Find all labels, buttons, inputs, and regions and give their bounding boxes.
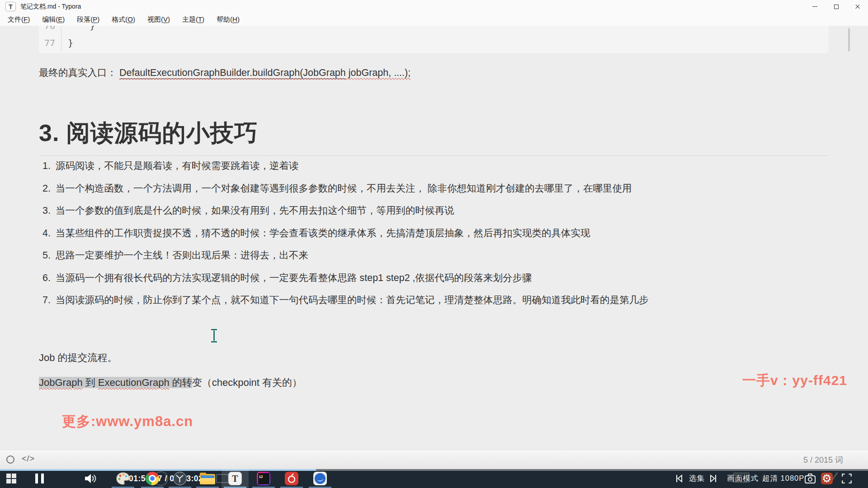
typora-icon: T	[228, 472, 242, 485]
windows-start-button[interactable]	[6, 474, 16, 483]
watermark-website: 更多:www.ym8a.cn	[62, 412, 193, 431]
taskbar-app-y-browser[interactable]	[166, 469, 193, 488]
player-settings-button[interactable]: ⚙	[822, 469, 832, 488]
screen: T 笔记文档.md - Typora 文件(F) 编辑(E) 段落(P) 格式(…	[0, 0, 868, 488]
tip-item: 当一个参数的值到底是什么的时候，如果没有用到，先不用去扣这个细节，等用到的时候再…	[53, 205, 810, 217]
fullscreen-icon	[841, 473, 853, 484]
pause-icon[interactable]	[35, 474, 44, 483]
taskbar-app-chrome[interactable]	[139, 469, 166, 488]
tip-item: 当阅读源码的时候，防止你到了某个点，就不知道下一句代码去哪里的时候：首先记笔记，…	[53, 294, 810, 306]
fullscreen-button[interactable]	[841, 469, 853, 488]
title-bar: T 笔记文档.md - Typora	[0, 0, 868, 13]
taskbar-app-file-explorer[interactable]	[194, 469, 221, 488]
menu-theme[interactable]: 主题(T)	[182, 15, 204, 24]
window-title: 笔记文档.md - Typora	[20, 3, 81, 11]
menu-paragraph[interactable]: 段落(P)	[77, 15, 99, 24]
maximize-icon	[834, 5, 839, 9]
code-line: 77 }	[39, 34, 829, 52]
tip-item: 当某些组件的工作职责捉摸不透，猜不透的时候：学会查看该类的继承体系，先搞清楚顶层…	[53, 227, 810, 239]
entry-paragraph: 最终的真实入口： DefaultExecutionGraphBuilder.bu…	[39, 66, 410, 79]
intellij-icon: IJ	[257, 472, 270, 485]
next-icon	[708, 473, 719, 484]
tip-item: 思路一定要维护一个主线！否则出现后果：进得去，出不来	[53, 249, 810, 262]
source-code-mode-icon[interactable]: </>	[22, 454, 35, 464]
paint-icon	[116, 472, 130, 485]
job-paragraph: Job 的提交流程。	[39, 351, 118, 365]
tip-item: 当源码一个拥有很长代码的方法实现逻辑的时候，一定要先看整体思路 step1 st…	[53, 272, 810, 284]
code-line: 76 }	[39, 26, 829, 34]
code-text: }	[61, 26, 95, 34]
close-button[interactable]	[847, 0, 868, 13]
tips-list: 源码阅读，不能只是顺着读，有时候需要跳着读，逆着读 当一个构造函数，一个方法调用…	[42, 160, 810, 317]
quality-button[interactable]: 超清 1080P	[762, 469, 804, 488]
maximize-button[interactable]	[826, 0, 847, 13]
screen-mode-button[interactable]: 画面模式	[727, 469, 759, 488]
file-explorer-icon	[200, 473, 215, 484]
episodes-button[interactable]: 选集	[689, 469, 705, 488]
text-selection: JobGraph 到 ExecutionGraph 的转	[39, 377, 192, 388]
y-browser-icon	[173, 472, 187, 485]
netease-music-icon	[285, 472, 298, 485]
minimize-button[interactable]	[804, 0, 826, 13]
blue-disk-icon	[313, 472, 327, 485]
code-text: }	[61, 34, 73, 52]
taskbar-app-intellij[interactable]: IJ	[250, 469, 277, 488]
status-bar: </> 5 / 2015 词	[0, 450, 868, 469]
line-number: 77	[39, 34, 61, 52]
section-heading: 3. 阅读源码的小技巧	[39, 117, 829, 156]
taskbar: 01:53:47 / 05:13:02	[0, 469, 868, 488]
menu-edit[interactable]: 编辑(E)	[42, 15, 65, 24]
code-block: 76 } 77 }	[39, 26, 829, 53]
menu-help[interactable]: 帮助(H)	[217, 15, 240, 24]
menu-view[interactable]: 视图(V)	[147, 15, 170, 24]
taskbar-app-netease-music[interactable]	[278, 469, 305, 488]
outline-toggle-icon[interactable]	[6, 455, 14, 464]
camera-icon	[804, 473, 816, 484]
menu-file[interactable]: 文件(F)	[8, 15, 30, 24]
vertical-scrollbar[interactable]	[848, 28, 850, 52]
taskbar-app-blue-disk[interactable]	[307, 469, 334, 488]
line-number: 76	[39, 26, 61, 34]
typora-app-icon: T	[5, 2, 16, 11]
tip-item: 源码阅读，不能只是顺着读，有时候需要跳着读，逆着读	[53, 160, 810, 172]
taskbar-app-paint[interactable]	[109, 469, 137, 488]
screenshot-button[interactable]	[804, 469, 816, 488]
menu-format[interactable]: 格式(O)	[112, 15, 135, 24]
next-episode-button[interactable]	[708, 469, 719, 488]
transform-paragraph: JobGraph 到 ExecutionGraph 的转变（checkpoint…	[39, 376, 302, 389]
gear-icon: ⚙	[822, 473, 832, 484]
text-cursor-icon	[213, 330, 215, 341]
previous-icon	[674, 473, 684, 484]
minimize-icon	[812, 6, 817, 7]
code-reference: DefaultExecutionGraphBuilder.buildGraph(…	[119, 67, 346, 79]
menu-bar: 文件(F) 编辑(E) 段落(P) 格式(O) 视图(V) 主题(T) 帮助(H…	[0, 13, 868, 26]
window-controls	[804, 0, 868, 13]
previous-episode-button[interactable]	[674, 469, 684, 488]
tip-item: 当一个构造函数，一个方法调用，一个对象创建等遇到很多参数的时候，不用去关注， 除…	[53, 183, 810, 195]
close-icon	[855, 4, 860, 9]
word-count[interactable]: 5 / 2015 词	[803, 455, 843, 465]
taskbar-app-typora[interactable]: T	[222, 469, 249, 488]
volume-icon[interactable]	[84, 473, 98, 484]
watermark-contact: 一手v：yy-ff421	[742, 371, 847, 390]
chrome-icon	[146, 472, 159, 485]
editor-content[interactable]: 76 } 77 } 最终的真实入口： DefaultExecutionGraph…	[0, 26, 868, 450]
